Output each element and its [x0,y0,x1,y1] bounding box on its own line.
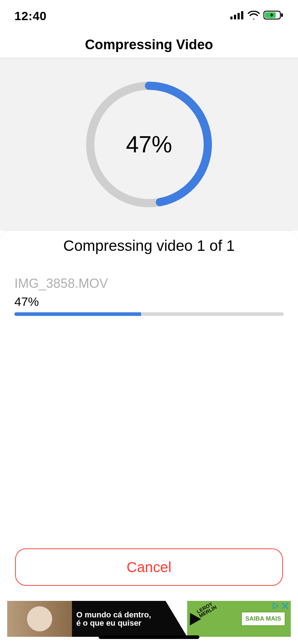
file-percent-label: 47% [14,295,284,309]
home-indicator[interactable] [99,635,199,639]
linear-progress-fill [14,312,141,316]
ad-cta-label: SAIBA MAIS [245,615,281,622]
wifi-icon [248,11,260,21]
progress-percent-label: 47% [81,76,217,213]
ad-image [7,601,72,637]
progress-area: 47% [0,58,298,231]
file-name: IMG_3858.MOV [14,276,284,291]
battery-charging-icon [263,10,284,21]
status-bar: 12:40 [0,0,298,32]
ad-text-block: O mundo cá dentro, é o que eu quiser [72,601,166,637]
svg-rect-5 [281,13,283,17]
page-title: Compressing Video [85,37,213,52]
spacer [0,316,298,548]
cancel-wrap: Cancel [0,548,298,597]
ad-people-placeholder [27,606,52,631]
svg-rect-0 [230,17,232,19]
linear-progress [14,312,284,316]
svg-rect-2 [238,13,240,19]
ad-cta-button[interactable]: SAIBA MAIS [241,612,286,626]
cancel-button-label: Cancel [127,559,172,575]
ad-brand-logo: LEROY MERLIN [185,601,218,625]
progress-card: Compressing video 1 of 1 IMG_3858.MOV 47… [0,231,298,644]
progress-ring: 47% [81,76,217,213]
ad-choices-badge[interactable] [272,602,289,610]
screen: 12:40 [0,0,298,644]
svg-rect-3 [241,11,243,19]
ad-line2: é o que eu quiser [76,619,166,627]
file-block: IMG_3858.MOV 47% [0,276,298,316]
ad-brand-text: LEROY MERLIN [196,601,217,618]
ad-right: LEROY MERLIN SAIBA MAIS [187,601,291,637]
status-icons [230,10,284,21]
card-title: Compressing video 1 of 1 [0,237,298,254]
cancel-button[interactable]: Cancel [15,548,283,586]
status-time: 12:40 [14,9,46,23]
ad-banner[interactable]: O mundo cá dentro, é o que eu quiser LER… [7,601,291,637]
svg-rect-1 [234,15,236,19]
ad-diagonal [166,601,187,637]
adchoices-icon [272,602,279,610]
close-icon[interactable] [281,602,289,610]
ad-line1: O mundo cá dentro, [76,611,166,619]
cellular-icon [230,11,244,21]
header: Compressing Video [0,32,298,58]
